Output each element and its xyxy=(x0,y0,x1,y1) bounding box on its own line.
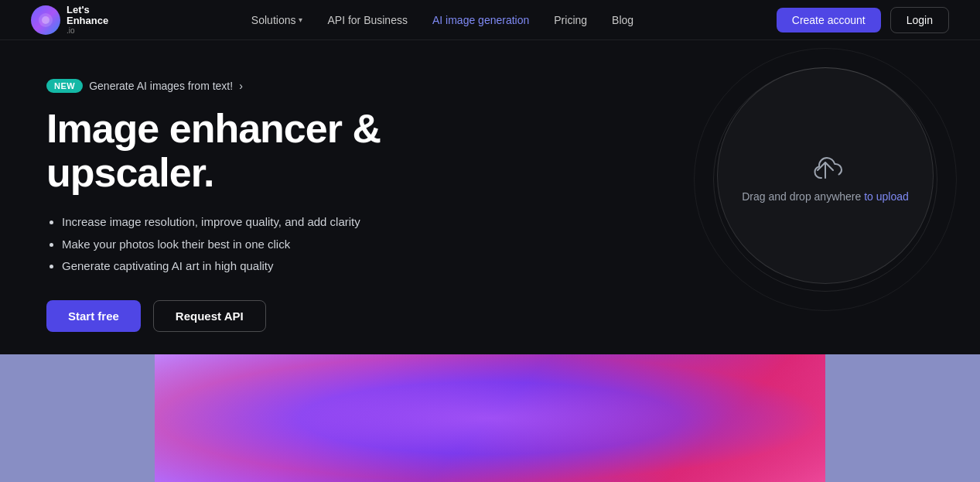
strip-left xyxy=(0,354,155,482)
hero-content: NEW Generate AI images from text! › Imag… xyxy=(46,71,495,332)
hero-section: NEW Generate AI images from text! › Imag… xyxy=(0,40,980,354)
logo[interactable]: Let's Enhance .io xyxy=(31,5,108,36)
bullet-3: Generate captivating AI art in high qual… xyxy=(62,258,495,275)
chevron-down-icon: ▾ xyxy=(299,15,302,24)
nav-links: Solutions ▾ API for Business AI image ge… xyxy=(251,13,633,27)
hero-right: Drag and drop anywhere to upload xyxy=(717,75,934,284)
hero-buttons: Start free Request API xyxy=(46,300,495,332)
request-api-button[interactable]: Request API xyxy=(153,300,266,332)
nav-item-blog[interactable]: Blog xyxy=(612,13,633,27)
nav-item-ai-image[interactable]: AI image generation xyxy=(432,13,529,27)
new-badge: NEW Generate AI images from text! › xyxy=(46,79,495,93)
create-account-button[interactable]: Create account xyxy=(777,8,881,32)
start-free-button[interactable]: Start free xyxy=(46,300,141,332)
bottom-strip xyxy=(0,354,980,482)
nav-item-api[interactable]: API for Business xyxy=(327,13,408,27)
strip-right xyxy=(825,354,980,482)
navbar: Let's Enhance .io Solutions ▾ API for Bu… xyxy=(0,0,980,40)
hero-title: Image enhancer & upscaler. xyxy=(46,107,495,195)
cloud-upload-icon xyxy=(805,149,845,183)
upload-icon-area: Drag and drop anywhere to upload xyxy=(742,149,909,203)
new-label: NEW xyxy=(46,79,83,93)
nav-actions: Create account Login xyxy=(777,7,949,33)
strip-main xyxy=(155,354,825,482)
hero-bullets: Increase image resolution, improve quali… xyxy=(46,214,495,275)
bullet-2: Make your photos look their best in one … xyxy=(62,236,495,254)
blog-label: Blog xyxy=(612,14,633,26)
nav-item-solutions[interactable]: Solutions ▾ xyxy=(251,14,303,26)
ai-image-label: AI image generation xyxy=(432,14,529,26)
upload-text: Drag and drop anywhere to upload xyxy=(742,190,909,203)
nav-item-pricing[interactable]: Pricing xyxy=(554,13,587,27)
api-label: API for Business xyxy=(327,14,408,26)
upload-link[interactable]: to upload xyxy=(864,190,909,203)
pricing-label: Pricing xyxy=(554,14,587,26)
svg-point-1 xyxy=(42,16,50,24)
bullet-1: Increase image resolution, improve quali… xyxy=(62,214,495,231)
logo-text: Let's Enhance .io xyxy=(67,5,108,36)
upload-zone[interactable]: Drag and drop anywhere to upload xyxy=(717,67,934,284)
badge-text: Generate AI images from text! xyxy=(89,80,233,92)
logo-icon xyxy=(31,5,60,35)
login-button[interactable]: Login xyxy=(890,7,949,33)
badge-arrow-icon: › xyxy=(239,80,243,92)
solutions-label: Solutions xyxy=(251,14,296,26)
